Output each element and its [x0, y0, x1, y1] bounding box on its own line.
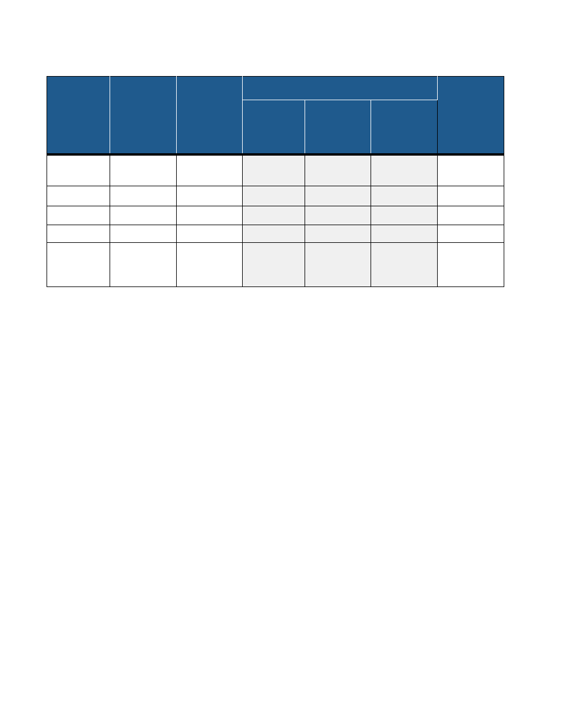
header-sub2 — [305, 100, 371, 154]
cell — [438, 206, 504, 225]
cell — [305, 154, 371, 186]
cell — [110, 225, 177, 243]
table-row — [47, 225, 504, 243]
cell — [177, 186, 243, 206]
cell — [371, 186, 438, 206]
cell — [371, 243, 438, 287]
cell — [305, 243, 371, 287]
cell — [243, 206, 305, 225]
cell — [47, 225, 110, 243]
cell — [110, 243, 177, 287]
header-group — [243, 77, 438, 100]
cell — [243, 186, 305, 206]
cell — [47, 186, 110, 206]
cell — [243, 225, 305, 243]
cell — [371, 225, 438, 243]
data-table — [47, 76, 504, 287]
cell — [371, 154, 438, 186]
table-row — [47, 206, 504, 225]
cell — [177, 206, 243, 225]
cell — [438, 243, 504, 287]
header-col3 — [177, 77, 243, 154]
header-col1 — [47, 77, 110, 154]
table — [47, 76, 504, 287]
cell — [110, 186, 177, 206]
cell — [177, 243, 243, 287]
cell — [177, 154, 243, 186]
cell — [438, 186, 504, 206]
header-col7 — [438, 77, 504, 154]
cell — [371, 206, 438, 225]
cell — [305, 206, 371, 225]
cell — [438, 225, 504, 243]
cell — [47, 206, 110, 225]
cell — [110, 154, 177, 186]
table-row — [47, 154, 504, 186]
header-sub3 — [371, 100, 438, 154]
cell — [243, 243, 305, 287]
header-col2 — [110, 77, 177, 154]
cell — [47, 243, 110, 287]
cell — [438, 154, 504, 186]
cell — [110, 206, 177, 225]
cell — [305, 186, 371, 206]
table-row — [47, 186, 504, 206]
cell — [243, 154, 305, 186]
cell — [177, 225, 243, 243]
cell — [47, 154, 110, 186]
cell — [305, 225, 371, 243]
header-sub1 — [243, 100, 305, 154]
table-row — [47, 243, 504, 287]
